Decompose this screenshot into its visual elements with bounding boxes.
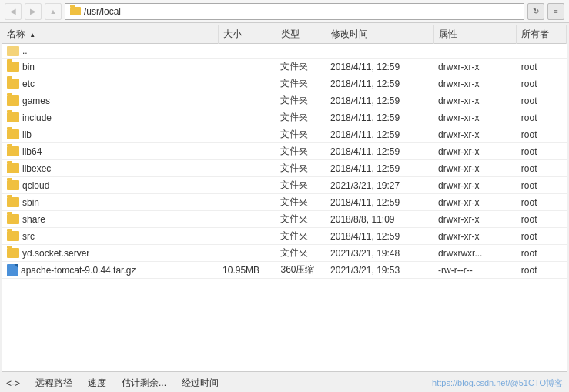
file-name-text: .. bbox=[22, 45, 28, 56]
table-row[interactable]: lib64文件夹2018/4/11, 12:59drwxr-xr-xroot bbox=[2, 143, 567, 160]
folder-icon bbox=[7, 95, 19, 106]
col-header-owner[interactable]: 所有者 bbox=[517, 25, 567, 44]
cell-modified: 2018/4/11, 12:59 bbox=[326, 143, 433, 160]
cell-size bbox=[218, 92, 276, 109]
cell-size bbox=[218, 109, 276, 126]
col-header-attr[interactable]: 属性 bbox=[433, 25, 517, 44]
sort-button[interactable]: ≡ bbox=[547, 3, 564, 20]
cell-attr bbox=[433, 44, 517, 59]
table-row[interactable]: bin文件夹2018/4/11, 12:59drwxr-xr-xroot bbox=[2, 59, 567, 75]
cell-name: src bbox=[2, 228, 218, 245]
cell-modified: 2018/4/11, 12:59 bbox=[326, 126, 433, 143]
up-button[interactable]: ▲ bbox=[45, 3, 62, 20]
cell-attr: -rw-r--r-- bbox=[433, 262, 517, 279]
status-arrows-section: <-> bbox=[6, 378, 20, 389]
cell-type: 文件夹 bbox=[276, 59, 326, 75]
table-row[interactable]: qcloud文件夹2021/3/21, 19:27drwxr-xr-xroot bbox=[2, 177, 567, 194]
cell-type: 文件夹 bbox=[276, 75, 326, 92]
cell-type: 文件夹 bbox=[276, 92, 326, 109]
col-header-name[interactable]: 名称 ▲ bbox=[2, 25, 218, 44]
file-name-text: lib bbox=[22, 129, 32, 140]
cell-type: 文件夹 bbox=[276, 228, 326, 245]
cell-name: include bbox=[2, 109, 218, 126]
cell-attr: drwxr-xr-x bbox=[433, 75, 517, 92]
cell-attr: drwxr-xr-x bbox=[433, 194, 517, 211]
cell-name: .. bbox=[2, 44, 218, 59]
cell-size bbox=[218, 126, 276, 143]
folder-icon bbox=[7, 248, 19, 258]
folder-icon bbox=[7, 146, 19, 156]
cell-type: 文件夹 bbox=[276, 143, 326, 160]
cell-size bbox=[218, 194, 276, 211]
cell-name: games bbox=[2, 92, 218, 109]
status-arrows: <-> bbox=[6, 378, 20, 389]
table-row[interactable]: src文件夹2018/4/11, 12:59drwxr-xr-xroot bbox=[2, 228, 567, 245]
cell-size bbox=[218, 211, 276, 228]
remote-path-label: 远程路径 bbox=[35, 377, 72, 390]
cell-modified: 2018/4/11, 12:59 bbox=[326, 194, 433, 211]
cell-name: yd.socket.server bbox=[2, 245, 218, 262]
table-row[interactable]: sbin文件夹2018/4/11, 12:59drwxr-xr-xroot bbox=[2, 194, 567, 211]
cell-size: 10.95MB bbox=[218, 262, 276, 279]
cell-modified: 2018/4/11, 12:59 bbox=[326, 59, 433, 75]
refresh-button[interactable]: ↻ bbox=[527, 3, 544, 20]
cell-name: apache-tomcat-9.0.44.tar.gz bbox=[2, 262, 218, 279]
file-name-text: yd.socket.server bbox=[22, 248, 89, 259]
cell-size bbox=[218, 160, 276, 177]
col-header-size[interactable]: 大小 bbox=[218, 25, 276, 44]
table-row[interactable]: libexec文件夹2018/4/11, 12:59drwxr-xr-xroot bbox=[2, 160, 567, 177]
back-button[interactable]: ◀ bbox=[5, 3, 22, 20]
file-name-text: share bbox=[22, 214, 45, 225]
elapsed-label: 经过时间 bbox=[182, 377, 219, 390]
table-row[interactable]: .. bbox=[2, 44, 567, 59]
cell-owner: root bbox=[517, 143, 567, 160]
cell-owner: root bbox=[517, 211, 567, 228]
table-row[interactable]: share文件夹2018/8/8, 11:09drwxr-xr-xroot bbox=[2, 211, 567, 228]
cell-modified: 2018/4/11, 12:59 bbox=[326, 75, 433, 92]
cell-name: lib64 bbox=[2, 143, 218, 160]
folder-icon bbox=[7, 79, 19, 89]
path-bar[interactable]: /usr/local bbox=[65, 3, 524, 20]
cell-name: sbin bbox=[2, 194, 218, 211]
status-speed: 速度 bbox=[88, 377, 106, 390]
cell-modified: 2018/4/11, 12:59 bbox=[326, 92, 433, 109]
file-list[interactable]: 名称 ▲ 大小 类型 修改时间 属性 所有者 ..bin文件夹2018/4/11… bbox=[2, 25, 567, 371]
file-name-text: sbin bbox=[22, 197, 39, 208]
cell-owner: root bbox=[517, 177, 567, 194]
speed-label: 速度 bbox=[88, 377, 106, 390]
col-name-label: 名称 bbox=[7, 28, 25, 39]
status-eta: 估计剩余... bbox=[122, 377, 166, 390]
eta-label: 估计剩余... bbox=[122, 377, 166, 390]
cell-size bbox=[218, 44, 276, 59]
cell-attr: drwxr-xr-x bbox=[433, 109, 517, 126]
archive-icon bbox=[7, 264, 18, 276]
cell-type: 文件夹 bbox=[276, 160, 326, 177]
table-row[interactable]: apache-tomcat-9.0.44.tar.gz10.95MB360压缩2… bbox=[2, 262, 567, 279]
main-content: 名称 ▲ 大小 类型 修改时间 属性 所有者 ..bin文件夹2018/4/11… bbox=[2, 25, 567, 372]
cell-owner: root bbox=[517, 245, 567, 262]
dotdot-icon bbox=[7, 46, 19, 56]
file-tbody: ..bin文件夹2018/4/11, 12:59drwxr-xr-xrootet… bbox=[2, 44, 567, 279]
col-header-type[interactable]: 类型 bbox=[276, 25, 326, 44]
table-row[interactable]: include文件夹2018/4/11, 12:59drwxr-xr-xroot bbox=[2, 109, 567, 126]
cell-size bbox=[218, 59, 276, 75]
table-row[interactable]: yd.socket.server文件夹2021/3/21, 19:48drwxr… bbox=[2, 245, 567, 262]
table-row[interactable]: lib文件夹2018/4/11, 12:59drwxr-xr-xroot bbox=[2, 126, 567, 143]
path-folder-icon bbox=[70, 7, 81, 15]
col-header-modified[interactable]: 修改时间 bbox=[326, 25, 433, 44]
cell-size bbox=[218, 177, 276, 194]
cell-size bbox=[218, 228, 276, 245]
table-row[interactable]: games文件夹2018/4/11, 12:59drwxr-xr-xroot bbox=[2, 92, 567, 109]
cell-attr: drwxr-xr-x bbox=[433, 228, 517, 245]
cell-name: bin bbox=[2, 59, 218, 75]
cell-owner: root bbox=[517, 194, 567, 211]
table-row[interactable]: etc文件夹2018/4/11, 12:59drwxr-xr-xroot bbox=[2, 75, 567, 92]
cell-attr: drwxr-xr-x bbox=[433, 177, 517, 194]
cell-owner: root bbox=[517, 75, 567, 92]
cell-owner: root bbox=[517, 262, 567, 279]
cell-modified: 2021/3/21, 19:48 bbox=[326, 245, 433, 262]
cell-attr: drwxr-xr-x bbox=[433, 126, 517, 143]
file-name-text: etc bbox=[22, 79, 35, 89]
cell-modified: 2021/3/21, 19:53 bbox=[326, 262, 433, 279]
forward-button[interactable]: ▶ bbox=[25, 3, 42, 20]
